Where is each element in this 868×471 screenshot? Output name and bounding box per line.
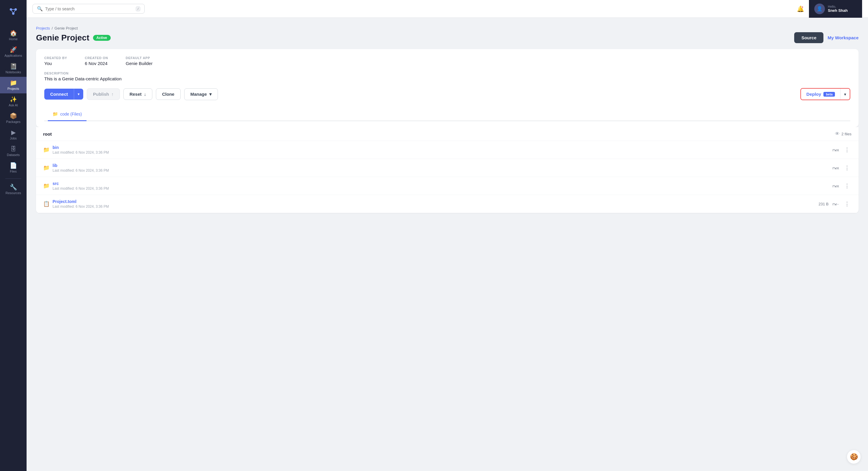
sidebar-item-jobs[interactable]: ▶ Jobs xyxy=(0,126,27,143)
created-on-label: CREATED ON xyxy=(85,56,108,60)
file-meta: Last modified: 6 Nov 2024, 3:36 PM xyxy=(53,150,832,154)
file-row[interactable]: 📋 Project.toml Last modified: 6 Nov 2024… xyxy=(36,195,859,213)
breadcrumb-separator: / xyxy=(52,26,53,30)
created-on-field: CREATED ON 6 Nov 2024 xyxy=(85,56,108,66)
file-perms: rwx xyxy=(832,184,839,188)
created-by-field: CREATED BY You xyxy=(44,56,67,66)
file-list-header: root 👁 2 files xyxy=(36,127,859,141)
sidebar-item-label: Applications xyxy=(4,54,22,57)
reset-label: Reset xyxy=(130,92,142,97)
folder-icon: 📁 xyxy=(43,165,50,171)
projects-icon: 📁 xyxy=(10,80,17,86)
user-greeting: Hello, xyxy=(828,5,848,8)
created-by-value: You xyxy=(44,61,52,66)
topbar: 🔍 / 🔔 👤 Hello, Sneh Shah xyxy=(27,0,868,18)
reset-icon: ↓ xyxy=(144,92,147,97)
svg-line-4 xyxy=(11,9,13,13)
cookie-button[interactable]: 🍪 xyxy=(847,450,861,464)
publish-icon: ↑ xyxy=(111,92,114,97)
folder-icon: 📁 xyxy=(43,147,50,153)
sidebar-item-packages[interactable]: 📦 Packages xyxy=(0,110,27,126)
breadcrumb-current: Genie Project xyxy=(55,26,78,30)
deploy-dropdown-button[interactable]: ▾ xyxy=(840,89,850,99)
default-app-value: Genie Builder xyxy=(126,61,153,66)
app-logo[interactable] xyxy=(5,4,22,21)
sidebar-item-datasets[interactable]: 🗄 Datasets xyxy=(0,143,27,159)
deploy-label: Deploy xyxy=(806,92,821,97)
default-app-field: DEFAULT APP Genie Builder xyxy=(126,56,153,66)
sidebar-divider xyxy=(5,178,21,179)
file-more-button[interactable]: ⋮ xyxy=(843,146,851,154)
default-app-label: DEFAULT APP xyxy=(126,56,153,60)
sidebar-item-ask-ai[interactable]: ✨ Ask AI xyxy=(0,93,27,110)
file-row[interactable]: 📁 src Last modified: 6 Nov 2024, 3:36 PM… xyxy=(36,177,859,195)
sidebar-item-files[interactable]: 📄 Files xyxy=(0,159,27,176)
breadcrumb: Projects / Genie Project xyxy=(36,26,859,30)
file-list-container: root 👁 2 files 📁 bin Last modified: 6 No… xyxy=(36,127,859,213)
sidebar-item-label: Jobs xyxy=(10,137,17,140)
jobs-icon: ▶ xyxy=(11,129,16,135)
user-name: Sneh Shah xyxy=(828,8,848,13)
connect-dropdown-button[interactable]: ▾ xyxy=(74,89,83,99)
source-button[interactable]: Source xyxy=(794,32,824,43)
file-perms: rw- xyxy=(832,202,839,206)
tab-code-files[interactable]: 📁 code (Files) xyxy=(48,107,87,121)
search-box[interactable]: 🔍 / xyxy=(32,4,145,13)
info-grid: CREATED BY You CREATED ON 6 Nov 2024 DEF… xyxy=(44,56,850,66)
file-info: Project.toml Last modified: 6 Nov 2024, … xyxy=(53,199,819,209)
info-card: CREATED BY You CREATED ON 6 Nov 2024 DEF… xyxy=(36,49,859,127)
actions-row: Connect ▾ Publish ↑ Reset ↓ Clone Mana xyxy=(44,88,850,100)
file-size: 231 B xyxy=(819,202,829,206)
file-more-button[interactable]: ⋮ xyxy=(843,164,851,172)
sidebar-item-home[interactable]: 🏠 Home xyxy=(0,27,27,44)
description-field: DESCRIPTION This is a Genie Data-centric… xyxy=(44,71,850,82)
folder-icon: 📁 xyxy=(43,183,50,189)
search-input[interactable] xyxy=(45,6,133,11)
file-row[interactable]: 📁 lib Last modified: 6 Nov 2024, 3:36 PM… xyxy=(36,159,859,177)
sidebar-item-label: Projects xyxy=(7,87,19,90)
tabs-bar: 📁 code (Files) xyxy=(44,107,850,121)
connect-button[interactable]: Connect xyxy=(44,89,74,99)
file-list-root: root xyxy=(43,131,52,137)
sidebar-item-applications[interactable]: 🚀 Applications xyxy=(0,44,27,60)
manage-dropdown-icon: ▾ xyxy=(209,92,212,97)
file-name: lib xyxy=(53,163,832,168)
svg-line-5 xyxy=(13,9,16,13)
user-area: 👤 Hello, Sneh Shah xyxy=(809,0,862,18)
notebooks-icon: 📓 xyxy=(10,63,17,69)
file-row[interactable]: 📁 bin Last modified: 6 Nov 2024, 3:36 PM… xyxy=(36,141,859,159)
tab-label: code (Files) xyxy=(60,112,82,116)
clone-button[interactable]: Clone xyxy=(156,88,181,100)
file-more-button[interactable]: ⋮ xyxy=(843,182,851,190)
applications-icon: 🚀 xyxy=(10,47,17,53)
file-count-area: 👁 2 files xyxy=(835,131,851,137)
sidebar: 🏠 Home 🚀 Applications 📓 Notebooks 📁 Proj… xyxy=(0,0,27,471)
publish-button[interactable]: Publish ↑ xyxy=(87,88,120,100)
cookie-icon: 🍪 xyxy=(850,453,858,461)
file-more-button[interactable]: ⋮ xyxy=(843,200,851,208)
sidebar-item-label: Ask AI xyxy=(8,104,18,107)
page-header: Genie Project Active Source My Workspace xyxy=(36,32,859,43)
file-count: 2 files xyxy=(841,132,851,136)
notification-button[interactable]: 🔔 xyxy=(797,5,804,12)
file-meta: Last modified: 6 Nov 2024, 3:36 PM xyxy=(53,204,819,209)
manage-button[interactable]: Manage ▾ xyxy=(184,88,218,100)
file-meta: Last modified: 6 Nov 2024, 3:36 PM xyxy=(53,186,832,190)
sidebar-item-resources[interactable]: 🔧 Resources xyxy=(0,181,27,198)
created-on-value: 6 Nov 2024 xyxy=(85,61,107,66)
description-value: This is a Genie Data-centric Application xyxy=(44,76,122,81)
main-area: 🔍 / 🔔 👤 Hello, Sneh Shah Projects / Geni… xyxy=(27,0,868,471)
sidebar-item-projects[interactable]: 📁 Projects xyxy=(0,77,27,93)
sidebar-item-label: Home xyxy=(9,37,18,41)
sidebar-item-label: Notebooks xyxy=(6,70,21,74)
files-icon: 📄 xyxy=(10,163,17,169)
reset-button[interactable]: Reset ↓ xyxy=(123,88,152,100)
file-perms: rwx xyxy=(832,166,839,170)
resources-icon: 🔧 xyxy=(10,184,17,190)
my-workspace-button[interactable]: My Workspace xyxy=(828,32,859,43)
breadcrumb-parent[interactable]: Projects xyxy=(36,26,50,30)
header-actions: Source My Workspace xyxy=(794,32,859,43)
page-title-row: Genie Project Active xyxy=(36,33,111,42)
deploy-button[interactable]: Deploy beta xyxy=(801,89,840,99)
sidebar-item-notebooks[interactable]: 📓 Notebooks xyxy=(0,60,27,77)
